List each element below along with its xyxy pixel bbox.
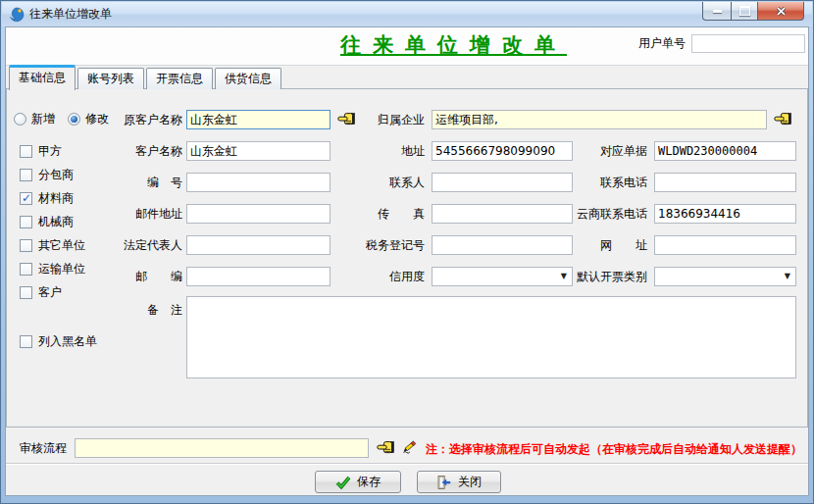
address-label: 地址 <box>297 141 425 161</box>
close-button-label: 关闭 <box>458 474 482 490</box>
checkbox-customer[interactable]: 客户 <box>20 284 62 301</box>
maximize-icon <box>739 6 750 16</box>
belong-company-label: 归属企业 <box>297 110 425 129</box>
checkbox-label: 列入黑名单 <box>38 333 97 350</box>
checkbox-blacklist[interactable]: 列入黑名单 <box>20 333 97 350</box>
exit-door-icon <box>436 475 452 490</box>
user-no-input[interactable] <box>691 34 805 53</box>
checkbox-box <box>20 263 32 276</box>
tab-invoice-info[interactable]: 开票信息 <box>146 68 213 89</box>
title-bar: 往来单位增改单 <box>2 2 812 26</box>
zip-label: 邮 编 <box>45 267 182 286</box>
app-icon <box>9 7 25 23</box>
header-panel: 往来单位增改单 用户单号 <box>6 27 808 66</box>
user-no-label: 用户单号 <box>638 35 686 52</box>
contact-label: 联系人 <box>297 173 425 192</box>
fax-label: 传 真 <box>297 204 425 224</box>
doc-no-input[interactable] <box>654 141 796 161</box>
orig-customer-label: 原客户名称 <box>45 110 182 129</box>
cloud-phone-label: 云商联系电话 <box>506 204 647 224</box>
close-window-button[interactable] <box>758 2 804 21</box>
tab-account-list[interactable]: 账号列表 <box>77 68 144 89</box>
minimize-button[interactable] <box>702 2 731 21</box>
remark-textarea[interactable] <box>186 296 796 378</box>
checkbox-label: 客户 <box>38 284 62 301</box>
checkbox-box <box>20 145 32 158</box>
save-button-label: 保存 <box>357 474 381 490</box>
checkbox-box <box>20 169 32 181</box>
invoice-type-select[interactable]: ▼ <box>654 267 796 286</box>
customer-name-label: 客户名称 <box>45 141 182 161</box>
checkbox-box <box>20 286 32 299</box>
save-check-icon <box>335 475 351 490</box>
separator-line <box>6 463 808 465</box>
doc-no-label: 对应单据 <box>506 141 647 161</box>
audit-flow-note: 注：选择审核流程后可自动发起（在审核完成后自动给通知人发送提醒） <box>426 441 802 458</box>
audit-flow-edit-icon[interactable] <box>402 438 421 454</box>
code-label: 编 号 <box>45 173 182 192</box>
belong-company-input[interactable] <box>432 110 767 129</box>
legal-rep-label: 法定代表人 <box>45 235 182 255</box>
window-controls <box>702 2 804 21</box>
tax-no-label: 税务登记号 <box>297 235 425 255</box>
cloud-phone-input[interactable] <box>654 204 796 224</box>
credit-label: 信用度 <box>297 267 425 286</box>
close-button[interactable]: 关闭 <box>417 471 501 493</box>
mail-address-label: 邮件地址 <box>45 204 182 224</box>
maximize-button[interactable] <box>731 2 758 21</box>
website-input[interactable] <box>654 235 796 255</box>
website-label: 网 址 <box>506 235 647 255</box>
tab-supply-info[interactable]: 供货信息 <box>215 68 281 89</box>
checkbox-box <box>20 335 32 348</box>
contact-phone-label: 联系电话 <box>506 173 647 192</box>
invoice-type-label: 默认开票类别 <box>506 267 647 286</box>
audit-flow-lookup-icon[interactable] <box>377 440 395 456</box>
save-button[interactable]: 保存 <box>315 471 401 493</box>
contact-phone-input[interactable] <box>654 173 796 192</box>
dialog-content: 往来单位增改单 用户单号 基础信息 账号列表 开票信息 供货信息 新增 修改 甲… <box>5 26 809 496</box>
tab-strip: 基础信息 账号列表 开票信息 供货信息 <box>9 66 281 89</box>
tab-basic-info[interactable]: 基础信息 <box>9 65 76 90</box>
close-icon <box>776 7 787 16</box>
window-frame: 往来单位增改单 往来单位增改单 用户单号 基础信息 账号列表 开票信息 供 <box>0 0 814 504</box>
belong-company-lookup-icon[interactable] <box>774 112 792 127</box>
checkbox-box <box>20 239 32 252</box>
minimize-icon <box>713 10 722 13</box>
window-title: 往来单位增改单 <box>29 6 112 23</box>
checkbox-box <box>20 192 32 205</box>
chevron-down-icon: ▼ <box>785 273 790 280</box>
checkbox-box <box>20 216 32 228</box>
audit-flow-label: 审核流程 <box>20 438 73 458</box>
remark-label: 备 注 <box>45 300 182 320</box>
audit-flow-input[interactable] <box>75 438 369 458</box>
radio-add-circle <box>14 113 26 126</box>
